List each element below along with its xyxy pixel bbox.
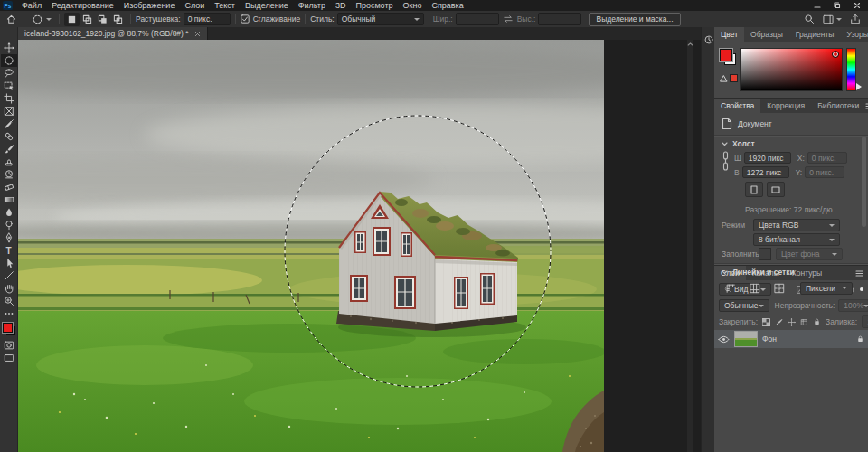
restore-icon[interactable] bbox=[834, 2, 841, 9]
foreground-swatch[interactable] bbox=[720, 49, 732, 61]
quick-mask-icon[interactable] bbox=[1, 339, 17, 352]
tool-preset-ellipse-icon[interactable] bbox=[29, 13, 54, 26]
feather-input[interactable]: 0 пикс. bbox=[184, 13, 231, 25]
units-select[interactable]: Пиксели bbox=[800, 282, 853, 295]
lock-all-icon[interactable] bbox=[813, 317, 821, 326]
style-select[interactable]: Обычный bbox=[337, 13, 424, 25]
saturation-box[interactable] bbox=[740, 48, 843, 91]
tab-close-icon[interactable] bbox=[194, 31, 201, 37]
spot-healing-brush-tool[interactable] bbox=[1, 130, 17, 143]
history-brush-tool[interactable] bbox=[1, 168, 17, 181]
share-icon[interactable] bbox=[850, 14, 861, 24]
height-input[interactable] bbox=[538, 13, 581, 25]
canvas-x-field[interactable]: 0 пикс. bbox=[807, 152, 847, 164]
type-tool[interactable]: T bbox=[1, 244, 17, 257]
menu-filter[interactable]: Фильтр bbox=[298, 1, 326, 10]
menu-3d[interactable]: 3D bbox=[335, 1, 346, 10]
blur-tool[interactable] bbox=[1, 206, 17, 219]
opacity-select[interactable]: 100% bbox=[838, 299, 868, 312]
tab-patterns[interactable]: Узоры bbox=[840, 27, 868, 42]
portrait-orientation-button[interactable] bbox=[745, 182, 763, 197]
screen-mode-icon[interactable] bbox=[1, 352, 17, 364]
fill-select[interactable]: 100% bbox=[862, 315, 868, 328]
menu-layers[interactable]: Слои bbox=[184, 1, 204, 10]
minimize-icon[interactable] bbox=[814, 2, 821, 9]
canvas-y-field[interactable]: 0 пикс. bbox=[805, 166, 844, 178]
close-icon[interactable] bbox=[854, 2, 861, 9]
fill-color-chip[interactable] bbox=[759, 248, 771, 260]
guides-icon[interactable] bbox=[770, 280, 788, 296]
workspace-switcher-icon[interactable] bbox=[823, 14, 842, 24]
eyedropper-tool[interactable] bbox=[1, 118, 17, 130]
width-input[interactable] bbox=[456, 13, 499, 25]
frame-tool[interactable] bbox=[1, 105, 17, 118]
crop-tool[interactable] bbox=[1, 92, 17, 105]
edit-toolbar-icon[interactable] bbox=[1, 307, 17, 320]
history-panel-icon[interactable] bbox=[703, 34, 714, 45]
tab-swatches[interactable]: Образцы bbox=[744, 27, 789, 42]
layer-lock-icon[interactable] bbox=[856, 334, 864, 344]
tab-adjustments[interactable]: Коррекция bbox=[760, 99, 811, 113]
menu-image[interactable]: Изображение bbox=[124, 1, 175, 10]
properties-scrollbar[interactable] bbox=[862, 137, 866, 227]
document-tab[interactable]: iceland-3930162_1920.jpg @ 88,7% (RGB/8#… bbox=[18, 27, 208, 40]
menu-file[interactable]: Файл bbox=[22, 1, 42, 10]
lasso-tool[interactable] bbox=[1, 67, 17, 80]
hue-slider-arrow[interactable] bbox=[856, 83, 862, 90]
home-icon[interactable] bbox=[4, 13, 19, 26]
brush-tool[interactable] bbox=[1, 143, 17, 155]
canvas-width-field[interactable]: 1920 пикс bbox=[744, 152, 791, 164]
menu-type[interactable]: Текст bbox=[214, 1, 235, 10]
menu-window[interactable]: Окно bbox=[403, 1, 422, 10]
tab-gradients[interactable]: Градиенты bbox=[789, 27, 841, 42]
lock-pixels-icon[interactable] bbox=[775, 318, 783, 326]
hue-strip[interactable] bbox=[846, 48, 856, 91]
layer-thumbnail[interactable] bbox=[734, 331, 758, 347]
lock-position-icon[interactable] bbox=[788, 318, 796, 326]
subtract-selection-mode-icon[interactable] bbox=[95, 13, 110, 26]
menu-view[interactable]: Просмотр bbox=[355, 1, 392, 10]
fill-select[interactable]: Цвет фона bbox=[776, 248, 843, 260]
menu-select[interactable]: Выделение bbox=[245, 1, 288, 10]
foreground-background-swatches[interactable] bbox=[3, 323, 15, 335]
zoom-tool[interactable] bbox=[1, 295, 17, 307]
select-and-mask-button[interactable]: Выделение и маска... bbox=[589, 13, 680, 26]
lock-artboard-icon[interactable] bbox=[800, 318, 808, 326]
bit-depth-select[interactable]: 8 бит/канал bbox=[753, 233, 840, 246]
search-icon[interactable] bbox=[804, 14, 815, 24]
object-selection-tool[interactable] bbox=[1, 80, 17, 92]
menu-help[interactable]: Справка bbox=[431, 1, 463, 10]
rulers-grids-section-header[interactable]: Линейки и сетки bbox=[714, 265, 868, 279]
path-selection-tool[interactable] bbox=[1, 257, 17, 269]
intersect-selection-mode-icon[interactable] bbox=[110, 13, 126, 26]
rulers-icon[interactable] bbox=[722, 280, 740, 296]
eraser-tool[interactable] bbox=[1, 181, 17, 193]
hand-tool[interactable] bbox=[1, 282, 17, 295]
tab-color[interactable]: Цвет bbox=[714, 27, 744, 42]
antialias-checkbox[interactable] bbox=[241, 14, 250, 24]
canvas-section-header[interactable]: Холст bbox=[714, 137, 868, 151]
canvas[interactable] bbox=[18, 40, 604, 452]
add-selection-mode-icon[interactable] bbox=[80, 13, 95, 26]
gradient-tool[interactable] bbox=[1, 193, 17, 206]
menu-edit[interactable]: Редактирование bbox=[52, 1, 114, 10]
layer-visibility-eye-icon[interactable] bbox=[718, 335, 730, 344]
elliptical-marquee-tool[interactable] bbox=[1, 54, 17, 67]
move-tool[interactable] bbox=[1, 42, 17, 54]
dodge-tool[interactable] bbox=[1, 219, 17, 231]
color-mode-select[interactable]: Цвета RGB bbox=[753, 219, 840, 231]
clone-stamp-tool[interactable] bbox=[1, 155, 17, 168]
grid-icon[interactable] bbox=[746, 280, 764, 296]
pen-tool[interactable] bbox=[1, 231, 17, 244]
swap-dimensions-icon[interactable] bbox=[503, 14, 514, 24]
new-selection-mode-icon[interactable] bbox=[64, 13, 80, 26]
tab-libraries[interactable]: Библиотеки bbox=[811, 99, 865, 113]
foreground-color-swatch[interactable] bbox=[3, 323, 13, 333]
shape-tool[interactable] bbox=[1, 269, 17, 282]
landscape-orientation-button[interactable] bbox=[767, 182, 785, 197]
canvas-height-field[interactable]: 1272 пикс bbox=[742, 166, 789, 178]
blend-mode-select[interactable]: Обычные bbox=[719, 299, 769, 312]
color-panel-swatches[interactable] bbox=[720, 49, 736, 65]
link-dimensions-icon[interactable] bbox=[722, 151, 730, 171]
canvas-vertical-scrollbar[interactable] bbox=[687, 40, 693, 452]
